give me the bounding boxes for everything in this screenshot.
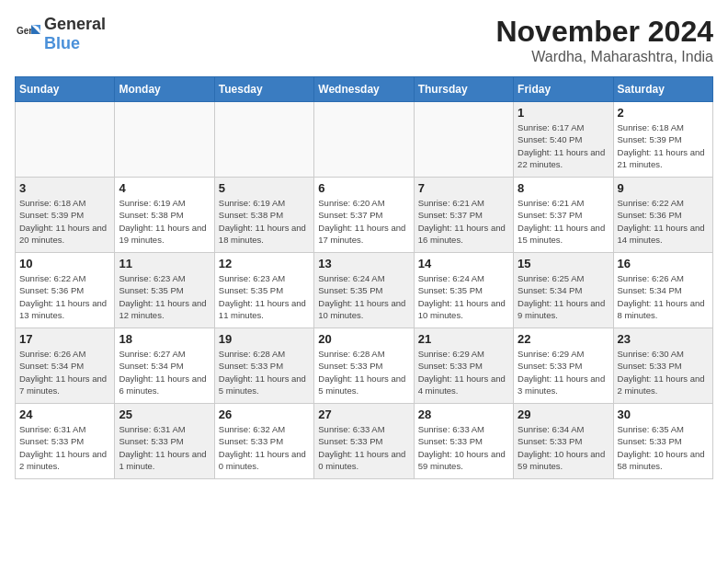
day-number: 1 — [518, 106, 609, 120]
day-number: 20 — [318, 332, 409, 346]
day-detail: Sunrise: 6:33 AMSunset: 5:33 PMDaylight:… — [418, 423, 509, 472]
day-number: 24 — [19, 408, 110, 421]
day-detail: Sunrise: 6:28 AMSunset: 5:33 PMDaylight:… — [318, 348, 409, 396]
day-number: 9 — [618, 181, 709, 195]
day-number: 13 — [318, 257, 409, 270]
day-detail: Sunrise: 6:26 AMSunset: 5:34 PMDaylight:… — [19, 348, 110, 396]
calendar-cell: 30Sunrise: 6:35 AMSunset: 5:33 PMDayligh… — [613, 404, 712, 479]
day-number: 11 — [119, 257, 210, 270]
calendar-cell: 24Sunrise: 6:31 AMSunset: 5:33 PMDayligh… — [16, 404, 115, 479]
day-detail: Sunrise: 6:33 AMSunset: 5:33 PMDaylight:… — [318, 423, 409, 472]
day-number: 4 — [119, 181, 210, 195]
day-number: 6 — [318, 181, 409, 195]
month-title: November 2024 — [495, 15, 713, 49]
day-detail: Sunrise: 6:34 AMSunset: 5:33 PMDaylight:… — [518, 423, 609, 472]
day-detail: Sunrise: 6:32 AMSunset: 5:33 PMDaylight:… — [219, 423, 310, 472]
header-sunday: Sunday — [16, 77, 115, 102]
day-detail: Sunrise: 6:18 AMSunset: 5:39 PMDaylight:… — [618, 121, 709, 170]
day-number: 10 — [19, 257, 110, 270]
day-detail: Sunrise: 6:31 AMSunset: 5:33 PMDaylight:… — [119, 423, 210, 472]
day-detail: Sunrise: 6:24 AMSunset: 5:35 PMDaylight:… — [318, 272, 409, 321]
day-detail: Sunrise: 6:25 AMSunset: 5:34 PMDaylight:… — [518, 272, 609, 321]
day-number: 23 — [618, 332, 709, 346]
calendar-cell: 13Sunrise: 6:24 AMSunset: 5:35 PMDayligh… — [314, 253, 414, 328]
day-number: 28 — [418, 408, 509, 421]
day-detail: Sunrise: 6:18 AMSunset: 5:39 PMDaylight:… — [19, 197, 110, 246]
logo-general: General — [44, 15, 106, 33]
day-number: 27 — [318, 408, 409, 421]
calendar-cell: 15Sunrise: 6:25 AMSunset: 5:34 PMDayligh… — [514, 253, 613, 328]
logo-text: General Blue — [44, 15, 106, 53]
day-detail: Sunrise: 6:21 AMSunset: 5:37 PMDaylight:… — [418, 197, 509, 246]
calendar-cell: 7Sunrise: 6:21 AMSunset: 5:37 PMDaylight… — [414, 178, 513, 253]
calendar-cell: 1Sunrise: 6:17 AMSunset: 5:40 PMDaylight… — [514, 102, 613, 178]
day-number: 8 — [518, 181, 609, 195]
day-number: 2 — [618, 106, 709, 120]
calendar-week-2: 3Sunrise: 6:18 AMSunset: 5:39 PMDaylight… — [16, 178, 713, 253]
day-detail: Sunrise: 6:28 AMSunset: 5:33 PMDaylight:… — [219, 348, 310, 396]
calendar-cell: 19Sunrise: 6:28 AMSunset: 5:33 PMDayligh… — [214, 328, 313, 404]
calendar-cell: 18Sunrise: 6:27 AMSunset: 5:34 PMDayligh… — [115, 328, 214, 404]
day-detail: Sunrise: 6:22 AMSunset: 5:36 PMDaylight:… — [618, 197, 709, 246]
calendar-cell: 26Sunrise: 6:32 AMSunset: 5:33 PMDayligh… — [214, 404, 313, 479]
day-detail: Sunrise: 6:19 AMSunset: 5:38 PMDaylight:… — [119, 197, 210, 246]
day-detail: Sunrise: 6:26 AMSunset: 5:34 PMDaylight:… — [618, 272, 709, 321]
logo: Gen General Blue — [15, 15, 106, 53]
calendar-cell: 21Sunrise: 6:29 AMSunset: 5:33 PMDayligh… — [414, 328, 513, 404]
day-number: 3 — [19, 181, 110, 195]
calendar-cell: 28Sunrise: 6:33 AMSunset: 5:33 PMDayligh… — [414, 404, 513, 479]
day-number: 21 — [418, 332, 509, 346]
calendar-header-row: SundayMondayTuesdayWednesdayThursdayFrid… — [16, 77, 713, 102]
calendar-cell — [314, 102, 414, 178]
calendar-cell: 20Sunrise: 6:28 AMSunset: 5:33 PMDayligh… — [314, 328, 414, 404]
calendar-cell: 3Sunrise: 6:18 AMSunset: 5:39 PMDaylight… — [16, 178, 115, 253]
day-number: 17 — [19, 332, 110, 346]
calendar-cell: 16Sunrise: 6:26 AMSunset: 5:34 PMDayligh… — [613, 253, 712, 328]
page-header: Gen General Blue November 2024 Wardha, M… — [15, 15, 713, 65]
logo-icon: Gen — [15, 21, 40, 47]
header-monday: Monday — [115, 77, 214, 102]
calendar-cell — [414, 102, 513, 178]
calendar-cell: 22Sunrise: 6:29 AMSunset: 5:33 PMDayligh… — [514, 328, 613, 404]
day-detail: Sunrise: 6:29 AMSunset: 5:33 PMDaylight:… — [418, 348, 509, 396]
calendar-cell: 10Sunrise: 6:22 AMSunset: 5:36 PMDayligh… — [16, 253, 115, 328]
day-number: 5 — [219, 181, 310, 195]
day-detail: Sunrise: 6:30 AMSunset: 5:33 PMDaylight:… — [618, 348, 709, 396]
header-thursday: Thursday — [414, 77, 513, 102]
day-number: 14 — [418, 257, 509, 270]
day-number: 29 — [518, 408, 609, 421]
calendar-cell: 23Sunrise: 6:30 AMSunset: 5:33 PMDayligh… — [613, 328, 712, 404]
day-detail: Sunrise: 6:22 AMSunset: 5:36 PMDaylight:… — [19, 272, 110, 321]
calendar-cell: 25Sunrise: 6:31 AMSunset: 5:33 PMDayligh… — [115, 404, 214, 479]
location-title: Wardha, Maharashtra, India — [495, 49, 713, 65]
calendar-week-4: 17Sunrise: 6:26 AMSunset: 5:34 PMDayligh… — [16, 328, 713, 404]
day-number: 25 — [119, 408, 210, 421]
day-number: 19 — [219, 332, 310, 346]
day-detail: Sunrise: 6:31 AMSunset: 5:33 PMDaylight:… — [19, 423, 110, 472]
calendar-table: SundayMondayTuesdayWednesdayThursdayFrid… — [15, 76, 713, 479]
header-saturday: Saturday — [613, 77, 712, 102]
day-detail: Sunrise: 6:29 AMSunset: 5:33 PMDaylight:… — [518, 348, 609, 396]
day-detail: Sunrise: 6:20 AMSunset: 5:37 PMDaylight:… — [318, 197, 409, 246]
calendar-cell: 6Sunrise: 6:20 AMSunset: 5:37 PMDaylight… — [314, 178, 414, 253]
title-area: November 2024 Wardha, Maharashtra, India — [495, 15, 713, 65]
day-detail: Sunrise: 6:23 AMSunset: 5:35 PMDaylight:… — [119, 272, 210, 321]
calendar-cell: 17Sunrise: 6:26 AMSunset: 5:34 PMDayligh… — [16, 328, 115, 404]
calendar-cell: 11Sunrise: 6:23 AMSunset: 5:35 PMDayligh… — [115, 253, 214, 328]
day-detail: Sunrise: 6:21 AMSunset: 5:37 PMDaylight:… — [518, 197, 609, 246]
day-detail: Sunrise: 6:23 AMSunset: 5:35 PMDaylight:… — [219, 272, 310, 321]
day-detail: Sunrise: 6:17 AMSunset: 5:40 PMDaylight:… — [518, 121, 609, 170]
day-detail: Sunrise: 6:27 AMSunset: 5:34 PMDaylight:… — [119, 348, 210, 396]
day-number: 16 — [618, 257, 709, 270]
calendar-week-1: 1Sunrise: 6:17 AMSunset: 5:40 PMDaylight… — [16, 102, 713, 178]
day-detail: Sunrise: 6:19 AMSunset: 5:38 PMDaylight:… — [219, 197, 310, 246]
header-friday: Friday — [514, 77, 613, 102]
calendar-cell: 2Sunrise: 6:18 AMSunset: 5:39 PMDaylight… — [613, 102, 712, 178]
logo-blue: Blue — [44, 34, 80, 52]
calendar-cell: 8Sunrise: 6:21 AMSunset: 5:37 PMDaylight… — [514, 178, 613, 253]
calendar-cell: 27Sunrise: 6:33 AMSunset: 5:33 PMDayligh… — [314, 404, 414, 479]
calendar-cell: 5Sunrise: 6:19 AMSunset: 5:38 PMDaylight… — [214, 178, 313, 253]
calendar-cell — [115, 102, 214, 178]
day-number: 26 — [219, 408, 310, 421]
day-number: 22 — [518, 332, 609, 346]
